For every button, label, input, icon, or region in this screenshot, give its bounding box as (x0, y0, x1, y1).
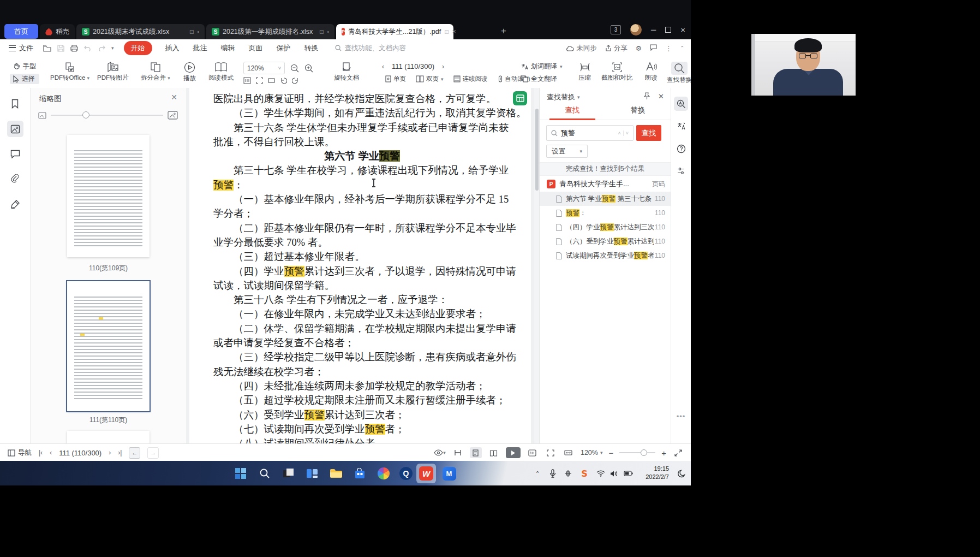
next-match-icon[interactable]: ˅ (623, 131, 631, 136)
actual-size-icon[interactable] (527, 447, 539, 458)
fullscreen-icon[interactable] (672, 447, 684, 458)
pdf-to-image-button[interactable]: PDF转图片 (97, 62, 129, 82)
eye-protection-icon[interactable]: ▾ (434, 447, 446, 458)
menu-insert[interactable]: 插入 (165, 43, 180, 53)
taskbar-clock[interactable]: 19:15 2022/2/7 (646, 465, 669, 481)
split-merge-button[interactable]: 拆分合并 ▾ (141, 62, 170, 82)
attachment-icon[interactable] (7, 171, 23, 187)
signature-icon[interactable] (7, 196, 23, 212)
workspace-layout-icon[interactable] (452, 447, 464, 458)
redo-icon[interactable] (98, 45, 105, 51)
help-icon[interactable] (674, 141, 688, 156)
rotate-left-icon[interactable] (280, 77, 287, 84)
zoom-out-button[interactable]: − (608, 448, 613, 458)
open-icon[interactable] (43, 45, 51, 52)
new-tab-button[interactable]: + (501, 26, 506, 37)
menu-convert[interactable]: 转换 (304, 43, 319, 53)
sync-status[interactable]: 未同步 (566, 44, 597, 53)
command-search[interactable]: 查找功能、文档内容 (335, 44, 407, 53)
find-button[interactable]: 查找 (636, 125, 661, 141)
single-page-toggle[interactable]: 单页 (382, 74, 409, 84)
maximize-button[interactable] (665, 27, 671, 33)
pin-icon[interactable] (643, 92, 650, 100)
zoom-slider-knob[interactable] (641, 449, 647, 456)
microphone-tray-icon[interactable] (546, 466, 560, 481)
tab-close-icon[interactable]: × (452, 28, 456, 35)
photos-pinwheel-icon[interactable] (377, 466, 391, 481)
microsoft-store-icon[interactable] (352, 466, 367, 481)
window-manager-badge[interactable]: 3 (611, 25, 621, 34)
actual-size-icon[interactable] (243, 77, 251, 84)
panel-caret-icon[interactable]: ▾ (577, 94, 580, 100)
minimize-button[interactable]: ─ (651, 26, 656, 33)
tab-home[interactable]: 首页 (4, 24, 38, 39)
find-replace-button[interactable]: 查找替换 (667, 62, 691, 84)
prev-match-icon[interactable]: ˄ (616, 131, 623, 136)
more-kebab-icon[interactable]: ⋮ (665, 44, 672, 52)
hand-tool[interactable]: 手型 (10, 61, 39, 72)
play-presentation-button[interactable] (506, 447, 521, 458)
last-page-icon[interactable]: ›| (118, 449, 122, 457)
fit-page-icon[interactable] (545, 447, 557, 458)
widgets-icon[interactable] (305, 466, 319, 481)
tab-sheet-1[interactable]: S 2021级期末考试成绩.xlsx ⊡ • (76, 24, 205, 39)
find-result-item[interactable]: 预警：110 (540, 206, 671, 220)
prev-page-icon[interactable]: ‹ (50, 449, 52, 457)
thumb-slider-knob[interactable] (82, 111, 89, 118)
wps-taskbar-icon[interactable]: W (419, 466, 433, 481)
meeting-app-icon[interactable]: M (442, 466, 456, 481)
wifi-icon[interactable] (594, 466, 608, 481)
find-input[interactable]: 预警 ˄ ˅ (546, 125, 634, 141)
start-button[interactable] (234, 466, 248, 481)
settings-gear-icon[interactable]: ⚙ (636, 44, 642, 52)
file-explorer-icon[interactable] (329, 466, 343, 481)
status-zoom-value[interactable]: 120% (581, 449, 598, 457)
word-translate-button[interactable]: 划词翻译▾ (517, 61, 566, 72)
pdf-to-office-button[interactable]: PDF转Office ▾ (50, 62, 89, 82)
tray-expand-icon[interactable]: ⌃ (530, 466, 545, 481)
undo-icon[interactable] (84, 45, 92, 51)
volume-icon[interactable] (607, 466, 621, 481)
thumbnails-icon[interactable] (7, 121, 23, 137)
q-app-icon[interactable]: Q (399, 466, 413, 481)
fit-page-icon[interactable] (256, 77, 263, 84)
large-thumb-icon[interactable] (168, 111, 178, 120)
zoom-slider-track[interactable] (619, 452, 655, 453)
page-thumbnail-next[interactable] (67, 431, 150, 443)
status-page-indicator[interactable]: 111 (110/300) (59, 449, 101, 457)
task-view-icon[interactable] (282, 466, 296, 481)
tab-sheet-2[interactable]: S 2021级第一学期成绩排名.xlsx ⊡ • (206, 24, 334, 39)
history-forward-button[interactable]: → (147, 447, 159, 459)
double-page-toggle[interactable]: 双页▾ (413, 74, 447, 84)
prev-page-icon[interactable]: ‹ (382, 63, 384, 70)
fit-width-icon[interactable] (563, 447, 575, 458)
screenshot-compare-button[interactable]: 截图和对比 (601, 62, 633, 82)
share-button[interactable]: 分享 (605, 44, 628, 53)
save-icon[interactable] (57, 45, 64, 52)
translate-tool-icon[interactable] (674, 119, 688, 133)
menu-file[interactable]: 文件 (9, 43, 33, 53)
battery-icon[interactable] (621, 466, 635, 481)
ribbon-page-indicator[interactable]: 111 (110/300) (392, 62, 434, 70)
history-back-button[interactable]: ← (129, 447, 140, 459)
find-tool-icon[interactable] (674, 97, 688, 111)
sogou-ime-icon[interactable]: S (577, 466, 591, 481)
book-view-icon[interactable] (488, 447, 500, 458)
read-mode-button[interactable]: 阅读模式 (208, 62, 234, 82)
taskbar-search-icon[interactable] (258, 466, 272, 481)
menu-protect[interactable]: 保护 (277, 43, 291, 53)
find-result-item[interactable]: 第六节 学业预警 第三十七条110 (540, 192, 671, 206)
document-scrollbar[interactable] (534, 88, 539, 443)
zoom-caret-icon[interactable]: ▾ (600, 450, 603, 455)
tab-find[interactable]: 查找 (540, 105, 605, 120)
bookmark-icon[interactable] (7, 96, 23, 112)
close-button[interactable]: × (680, 26, 685, 33)
user-avatar[interactable] (630, 24, 642, 35)
next-page-icon[interactable]: › (109, 449, 111, 457)
menu-annotate[interactable]: 批注 (193, 43, 207, 53)
floating-assistant-icon[interactable] (513, 91, 527, 105)
night-mode-moon-icon[interactable] (674, 466, 689, 481)
find-result-item[interactable]: （六）受到学业预警累计达到110 (540, 234, 671, 248)
comments-panel-icon[interactable] (7, 146, 23, 162)
full-translate-button[interactable]: 全文翻译 (517, 74, 566, 84)
